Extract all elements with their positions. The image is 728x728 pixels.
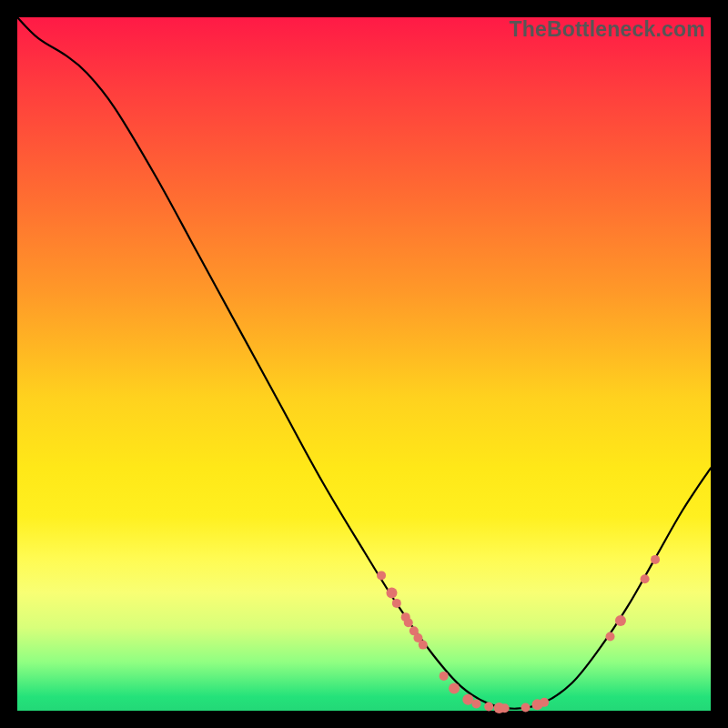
data-point xyxy=(484,702,493,711)
chart-frame: TheBottleneck.com xyxy=(0,0,728,728)
data-point xyxy=(540,698,549,707)
data-point xyxy=(377,571,386,580)
data-point xyxy=(500,703,510,713)
data-point xyxy=(521,703,531,713)
data-point xyxy=(641,574,650,583)
data-point xyxy=(419,641,428,650)
data-point xyxy=(404,618,413,627)
data-point xyxy=(615,615,626,626)
data-point xyxy=(392,599,401,608)
data-point xyxy=(606,632,615,641)
data-point xyxy=(651,555,660,564)
bottleneck-curve xyxy=(17,17,711,709)
data-point xyxy=(386,587,397,598)
curve-layer xyxy=(17,17,711,711)
scatter-points xyxy=(377,555,660,713)
data-point xyxy=(449,683,460,694)
data-point xyxy=(471,699,480,708)
plot-area: TheBottleneck.com xyxy=(17,17,711,711)
data-point xyxy=(440,672,449,681)
